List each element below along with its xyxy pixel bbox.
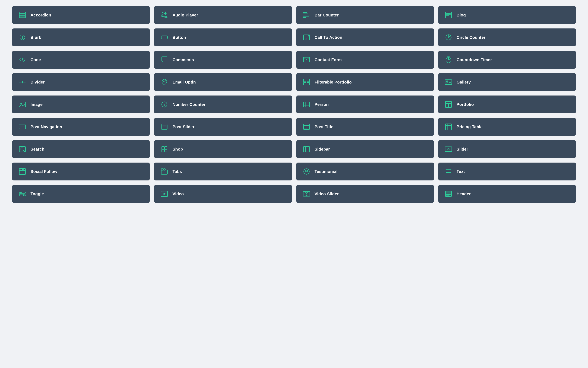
widget-label-toggle: Toggle [30,192,44,196]
widget-grid: AccordionAudio PlayerBar CounterBlogBlur… [12,6,576,203]
bar-counter-icon [302,10,311,19]
widget-btn-blurb[interactable]: Blurb [12,28,150,46]
widget-label-gallery: Gallery [457,80,471,84]
widget-label-post-slider: Post Slider [172,125,194,129]
svg-rect-41 [303,102,310,107]
widget-btn-social-follow[interactable]: Social Follow [12,163,150,180]
person-icon [302,100,311,109]
header-icon [444,189,453,198]
svg-rect-64 [19,147,25,152]
widget-btn-testimonial[interactable]: Testimonial [296,163,434,180]
widget-btn-code[interactable]: Code [12,51,150,69]
widget-btn-image[interactable]: Image [12,95,150,113]
widget-label-video: Video [172,192,184,196]
widget-label-testimonial: Testimonial [315,169,338,174]
widget-btn-slider[interactable]: Slider [438,140,576,158]
widget-btn-shop[interactable]: Shop [154,140,292,158]
svg-line-66 [23,150,24,151]
call-to-action-icon [302,33,311,42]
accordion-icon [18,10,27,19]
widget-btn-button[interactable]: Button [154,28,292,46]
widget-btn-portfolio[interactable]: Portfolio [438,95,576,113]
widget-btn-call-to-action[interactable]: Call To Action [296,28,434,46]
svg-rect-34 [307,83,310,85]
widget-label-slider: Slider [457,147,468,152]
code-icon [18,55,27,64]
comments-icon [160,55,169,64]
svg-rect-86 [161,170,167,174]
widget-btn-contact-form[interactable]: Contact Form [296,51,434,69]
svg-rect-19 [161,36,167,39]
svg-rect-51 [161,125,162,129]
blurb-icon [18,33,27,42]
widget-label-post-navigation: Post Navigation [30,125,62,129]
widget-btn-header[interactable]: Header [438,185,576,203]
widget-btn-blog[interactable]: Blog [438,6,576,24]
slider-icon [444,145,453,154]
widget-btn-audio-player[interactable]: Audio Player [154,6,292,24]
widget-label-text: Text [457,169,465,174]
svg-rect-71 [303,147,310,152]
svg-point-36 [446,81,448,82]
widget-btn-circle-counter[interactable]: Circle Counter [438,28,576,46]
svg-point-82 [22,169,23,170]
widget-label-filterable-portfolio: Filterable Portfolio [315,80,352,84]
widget-btn-divider[interactable]: Divider [12,73,150,91]
widget-btn-sidebar[interactable]: Sidebar [296,140,434,158]
svg-point-18 [22,38,23,39]
svg-line-23 [448,36,451,37]
widget-label-number-counter: Number Counter [172,102,205,107]
widget-btn-bar-counter[interactable]: Bar Counter [296,6,434,24]
svg-point-97 [23,194,25,196]
widget-btn-video-slider[interactable]: Video Slider [296,185,434,203]
toggle-icon [18,189,27,198]
widget-btn-filterable-portfolio[interactable]: Filterable Portfolio [296,73,434,91]
widget-btn-search[interactable]: Search [12,140,150,158]
svg-rect-21 [305,38,307,39]
widget-btn-accordion[interactable]: Accordion [12,6,150,24]
svg-rect-67 [162,147,164,149]
widget-btn-email-optin[interactable]: Email Optin [154,73,292,91]
widget-btn-post-title[interactable]: Post Title [296,118,434,136]
pricing-table-icon [444,122,453,131]
svg-marker-102 [306,193,308,195]
widget-label-code: Code [30,57,41,62]
post-slider-icon [160,122,169,131]
testimonial-icon [302,167,311,176]
widget-label-portfolio: Portfolio [457,102,474,107]
widget-btn-post-navigation[interactable]: Post Navigation [12,118,150,136]
audio-player-icon [160,10,169,19]
widget-label-accordion: Accordion [30,13,51,18]
widget-label-video-slider: Video Slider [315,192,339,196]
widget-label-pricing-table: Pricing Table [457,125,483,129]
widget-label-button: Button [172,35,186,40]
circle-counter-icon [444,33,453,42]
widget-btn-tabs[interactable]: Tabs [154,163,292,180]
widget-btn-countdown-timer[interactable]: Countdown Timer [438,51,576,69]
widget-btn-person[interactable]: Person [296,95,434,113]
svg-rect-60 [446,124,452,130]
widget-btn-number-counter[interactable]: #Number Counter [154,95,292,113]
svg-rect-16 [449,15,451,17]
widget-label-comments: Comments [172,57,194,62]
countdown-timer-icon [444,55,453,64]
widget-btn-gallery[interactable]: Gallery [438,73,576,91]
widget-btn-toggle[interactable]: Toggle [12,185,150,203]
svg-rect-0 [19,12,25,14]
widget-btn-post-slider[interactable]: Post Slider [154,118,292,136]
sidebar-icon [302,145,311,154]
svg-rect-68 [165,147,167,149]
widget-btn-comments[interactable]: Comments [154,51,292,69]
widget-btn-pricing-table[interactable]: Pricing Table [438,118,576,136]
video-icon [160,189,169,198]
svg-point-38 [20,103,22,104]
widget-btn-text[interactable]: Text [438,163,576,180]
widget-label-sidebar: Sidebar [315,147,330,152]
shop-icon [160,145,169,154]
widget-btn-video[interactable]: Video [154,185,292,203]
svg-marker-99 [163,193,166,195]
widget-label-tabs: Tabs [172,169,182,174]
divider-icon [18,78,27,87]
svg-rect-35 [445,80,452,84]
contact-form-icon [302,55,311,64]
